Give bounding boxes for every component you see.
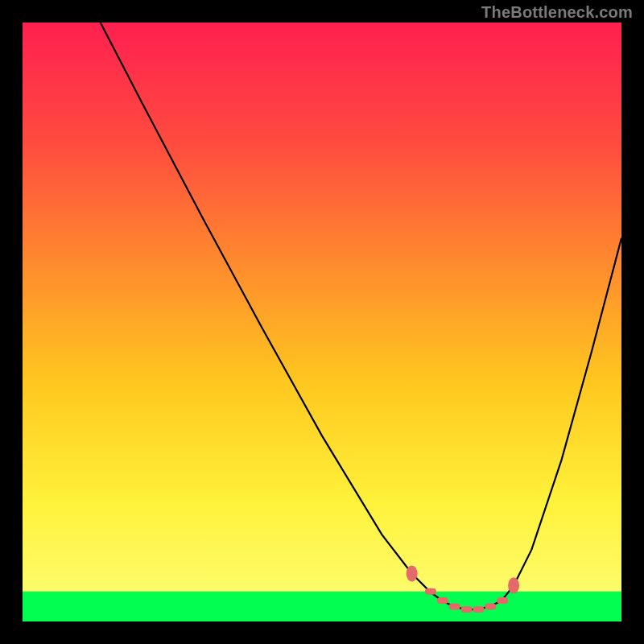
- green-zone: [23, 592, 621, 621]
- svg-rect-4: [425, 588, 436, 595]
- svg-rect-8: [473, 606, 484, 613]
- svg-rect-7: [461, 606, 473, 613]
- svg-rect-10: [497, 597, 508, 604]
- svg-rect-6: [449, 603, 460, 609]
- svg-point-3: [508, 577, 519, 593]
- svg-point-2: [407, 565, 418, 581]
- svg-rect-5: [437, 597, 448, 604]
- gradient-background: [23, 23, 621, 621]
- svg-rect-9: [485, 603, 496, 609]
- watermark-text: TheBottleneck.com: [481, 3, 633, 22]
- plot-area: [23, 23, 621, 621]
- svg-rect-1: [23, 617, 621, 621]
- chart-svg: [23, 23, 621, 621]
- chart-container: TheBottleneck.com: [0, 0, 644, 644]
